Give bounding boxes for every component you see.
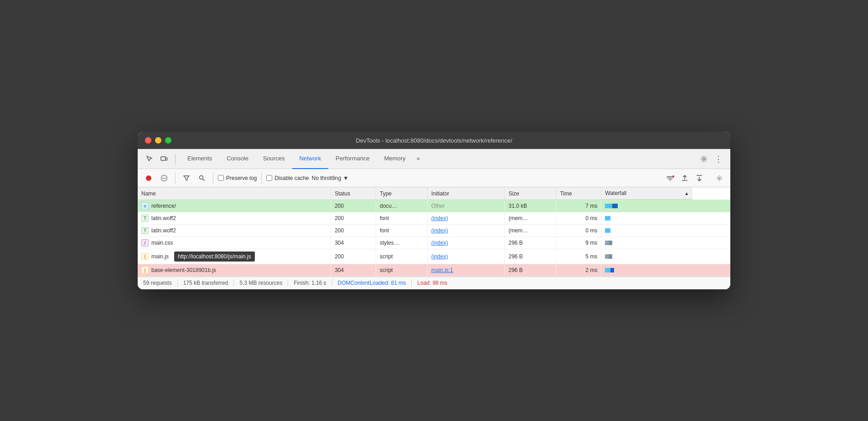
row-name: reference/ [151, 203, 176, 209]
name-cell: {main.jshttp://localhost:8080/js/main.js [138, 249, 331, 264]
clear-log-button[interactable] [158, 172, 170, 185]
top-toolbar: Elements Console Sources Network Perform… [138, 149, 730, 169]
row-time: 0 ms [556, 224, 601, 236]
name-cell: Tlatin.woff2 [138, 224, 331, 236]
tab-network[interactable]: Network [292, 149, 329, 169]
svg-line-7 [203, 179, 205, 181]
row-size: 296 B [505, 249, 556, 264]
row-type: docu… [376, 200, 428, 212]
name-cell: /main.css [138, 236, 331, 249]
tab-elements[interactable]: Elements [180, 149, 219, 169]
nt-separator-1 [175, 173, 176, 184]
requests-count: 59 requests [143, 280, 172, 286]
name-cell: ≡reference/ [138, 200, 331, 212]
row-status: 200 [331, 212, 376, 224]
font-file-icon: T [141, 215, 149, 222]
tab-sources[interactable]: Sources [256, 149, 292, 169]
th-status[interactable]: Status [331, 187, 376, 200]
row-status: 304 [331, 236, 376, 249]
th-type[interactable]: Type [376, 187, 428, 200]
settings-icon[interactable] [698, 153, 710, 165]
row-waterfall [601, 224, 730, 236]
table-row[interactable]: /main.css304styles…(index)296 B9 ms [138, 236, 730, 249]
traffic-lights [145, 137, 171, 144]
toolbar-right: ⋮ [698, 153, 725, 165]
row-waterfall [601, 236, 730, 249]
row-initiator[interactable]: (index) [427, 236, 504, 249]
row-initiator[interactable]: (index) [427, 249, 504, 264]
disable-cache-label[interactable]: Disable cache [266, 175, 309, 181]
row-initiator[interactable]: (index) [427, 212, 504, 224]
row-size: 296 B [505, 264, 556, 276]
row-status: 200 [331, 200, 376, 212]
close-button[interactable] [145, 137, 151, 144]
row-time: 9 ms [556, 236, 601, 249]
row-type: styles… [376, 236, 428, 249]
th-size[interactable]: Size [505, 187, 556, 200]
js-file-icon: { [141, 267, 149, 274]
row-waterfall [601, 249, 730, 264]
th-name[interactable]: Name [138, 187, 331, 200]
preserve-log-label[interactable]: Preserve log [218, 175, 257, 181]
network-toolbar: Preserve log Disable cache No throttling… [138, 169, 730, 187]
tab-more[interactable]: » [413, 149, 424, 169]
resources-size: 5.3 MB resources [239, 280, 282, 286]
upload-icon[interactable] [678, 172, 691, 185]
window-title: DevTools - localhost:8080/docs/devtools/… [356, 137, 512, 144]
svg-rect-0 [161, 157, 165, 160]
name-cell: Tlatin.woff2 [138, 212, 331, 224]
table-row[interactable]: {base-element-3018901b.js304scriptmain.j… [138, 264, 730, 276]
devtools-window: DevTools - localhost:8080/docs/devtools/… [138, 132, 730, 289]
title-bar: DevTools - localhost:8080/docs/devtools/… [138, 132, 730, 149]
th-time[interactable]: Time [556, 187, 601, 200]
th-initiator[interactable]: Initiator [427, 187, 504, 200]
download-icon[interactable] [693, 172, 706, 185]
more-options-icon[interactable]: ⋮ [712, 153, 725, 165]
maximize-button[interactable] [165, 137, 171, 144]
row-waterfall [601, 212, 730, 224]
row-status: 200 [331, 224, 376, 236]
th-waterfall[interactable]: Waterfall ▲ [601, 187, 692, 200]
disable-cache-checkbox[interactable] [266, 175, 272, 181]
wifi-icon[interactable] [664, 172, 677, 185]
row-name: main.js [151, 253, 169, 260]
svg-point-2 [703, 158, 705, 160]
row-initiator[interactable]: main.js:1 [427, 264, 504, 276]
row-type: font [376, 224, 428, 236]
tab-console[interactable]: Console [219, 149, 256, 169]
network-table-container[interactable]: Name Status Type Initiator Size [138, 187, 730, 277]
status-sep-5 [411, 279, 412, 287]
row-tooltip: http://localhost:8080/js/main.js [174, 252, 255, 262]
filter-icon[interactable] [180, 172, 193, 185]
tab-performance[interactable]: Performance [328, 149, 377, 169]
svg-point-6 [200, 175, 203, 179]
record-button[interactable] [142, 172, 155, 185]
css-file-icon: / [141, 239, 149, 246]
minimize-button[interactable] [155, 137, 161, 144]
row-time: 0 ms [556, 212, 601, 224]
preserve-log-checkbox[interactable] [218, 175, 224, 181]
load-time: Load: 98 ms [417, 280, 447, 286]
name-cell: {base-element-3018901b.js [138, 264, 331, 276]
throttle-select[interactable]: No throttling ▼ [312, 175, 349, 181]
table-row[interactable]: Tlatin.woff2200font(index)(mem…0 ms [138, 212, 730, 224]
row-status: 304 [331, 264, 376, 276]
network-settings-icon[interactable] [713, 172, 726, 185]
row-name: latin.woff2 [151, 227, 176, 234]
table-row[interactable]: {main.jshttp://localhost:8080/js/main.js… [138, 249, 730, 264]
table-row[interactable]: ≡reference/200docu…Other31.0 kB7 ms [138, 200, 730, 212]
row-size: (mem… [505, 224, 556, 236]
tab-memory[interactable]: Memory [377, 149, 413, 169]
row-name: latin.woff2 [151, 215, 176, 221]
table-row[interactable]: Tlatin.woff2200font(index)(mem…0 ms [138, 224, 730, 236]
network-table: Name Status Type Initiator Size [138, 187, 730, 277]
transferred-size: 175 kB transferred [183, 280, 228, 286]
inspect-icon[interactable] [143, 153, 156, 165]
row-initiator[interactable]: (index) [427, 224, 504, 236]
status-sep-3 [288, 279, 288, 287]
throttle-dropdown-icon: ▼ [343, 175, 348, 181]
search-icon[interactable] [196, 172, 208, 185]
row-time: 5 ms [556, 249, 601, 264]
device-toggle-icon[interactable] [158, 153, 170, 165]
main-area: Name Status Type Initiator Size [138, 187, 730, 289]
